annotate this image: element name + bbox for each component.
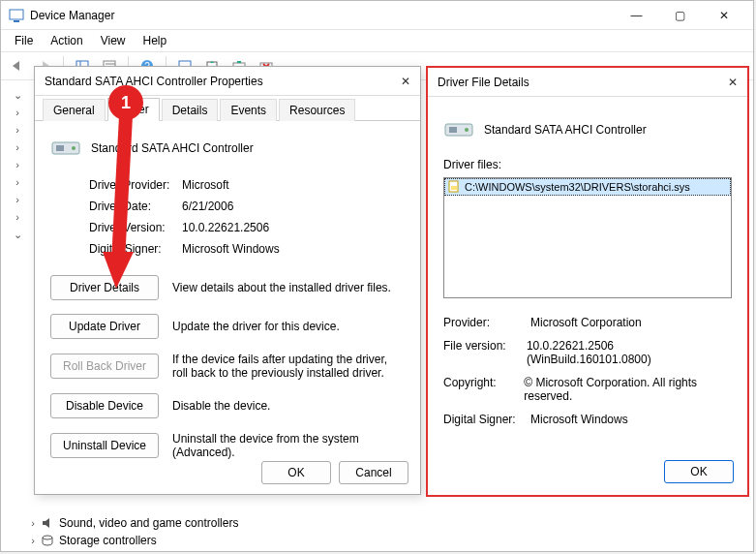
menubar: File Action View Help [1, 30, 753, 51]
menu-file[interactable]: File [7, 32, 41, 49]
chevron-right-icon[interactable]: › [11, 124, 24, 136]
close-icon[interactable]: ✕ [709, 76, 738, 89]
rollback-driver-desc: If the device fails after updating the d… [172, 353, 405, 380]
chevron-down-icon[interactable]: ⌄ [11, 89, 24, 102]
controller-icon [50, 133, 81, 163]
label-copyright: Copyright: [443, 376, 524, 403]
ok-button[interactable]: OK [261, 461, 331, 484]
tab-details[interactable]: Details [162, 99, 219, 121]
sound-icon [40, 515, 55, 531]
driver-details-desc: View details about the installed driver … [172, 281, 405, 294]
menu-view[interactable]: View [93, 32, 134, 49]
tab-events[interactable]: Events [220, 99, 277, 121]
menu-action[interactable]: Action [43, 32, 90, 49]
chevron-right-icon[interactable]: › [26, 517, 40, 529]
svg-rect-1 [14, 20, 19, 22]
value-provider: Microsoft [182, 178, 229, 192]
chevron-right-icon[interactable]: › [26, 535, 40, 546]
update-driver-button[interactable]: Update Driver [50, 314, 159, 339]
svg-point-14 [43, 536, 52, 539]
tree-item-sound[interactable]: › Sound, video and game controllers [5, 514, 749, 532]
close-icon[interactable]: ✕ [381, 75, 410, 88]
chevron-right-icon[interactable]: › [11, 176, 24, 188]
driver-file-details-dialog: Driver File Details ✕ Standard SATA AHCI… [426, 66, 749, 497]
close-button[interactable]: ✕ [702, 2, 745, 29]
driver-files-listbox[interactable]: C:\WINDOWS\system32\DRIVERS\storahci.sys [443, 177, 732, 298]
maximize-button[interactable]: ▢ [658, 2, 702, 29]
tree-item-storage[interactable]: › Storage controllers [5, 532, 749, 549]
properties-dialog: Standard SATA AHCI Controller Properties… [34, 66, 421, 495]
driver-file-item[interactable]: C:\WINDOWS\system32\DRIVERS\storahci.sys [444, 178, 731, 196]
value-provider: Microsoft Corporation [530, 316, 642, 329]
chevron-right-icon[interactable]: › [11, 211, 24, 223]
chevron-right-icon[interactable]: › [11, 107, 24, 118]
file-icon [447, 179, 461, 195]
value-date: 6/21/2006 [182, 200, 233, 213]
tab-general[interactable]: General [43, 99, 106, 121]
dialog-title: Driver File Details [438, 76, 709, 89]
dialog-titlebar[interactable]: Standard SATA AHCI Controller Properties… [35, 67, 420, 96]
tab-strip: General Driver Details Events Resources [35, 96, 420, 121]
chevron-right-icon[interactable]: › [11, 141, 24, 153]
cancel-button[interactable]: Cancel [339, 461, 408, 484]
uninstall-device-desc: Uninstall the device from the system (Ad… [172, 432, 405, 459]
dialog-titlebar[interactable]: Driver File Details ✕ [428, 68, 747, 97]
dialog-body: Standard SATA AHCI Controller Driver Pro… [35, 121, 420, 484]
value-copyright: © Microsoft Corporation. All rights rese… [524, 376, 732, 403]
annotation-arrow-icon [99, 116, 147, 291]
svg-rect-0 [10, 10, 23, 19]
svg-point-17 [72, 146, 76, 150]
svg-rect-22 [451, 186, 457, 190]
app-title: Device Manager [30, 9, 615, 22]
minimize-button[interactable]: — [615, 2, 658, 29]
tree-label: Storage controllers [59, 534, 157, 547]
dialog-title: Standard SATA AHCI Controller Properties [45, 75, 381, 88]
disable-device-button[interactable]: Disable Device [50, 393, 159, 418]
chevron-right-icon[interactable]: › [11, 194, 24, 205]
label-provider: Provider: [443, 316, 530, 329]
label-file-version: File version: [443, 339, 527, 366]
driver-files-label: Driver files: [443, 158, 732, 171]
value-version: 10.0.22621.2506 [182, 221, 269, 234]
device-name: Standard SATA AHCI Controller [484, 123, 647, 137]
uninstall-device-button[interactable]: Uninstall Device [50, 433, 159, 458]
ok-button[interactable]: OK [664, 460, 734, 483]
rollback-driver-button: Roll Back Driver [50, 354, 159, 379]
update-driver-desc: Update the driver for this device. [172, 320, 405, 333]
value-signer: Microsoft Windows [530, 413, 628, 426]
value-signer: Microsoft Windows [182, 242, 280, 256]
annotation-step-badge: 1 [108, 85, 143, 120]
driver-file-path: C:\WINDOWS\system32\DRIVERS\storahci.sys [465, 181, 690, 193]
value-file-version: 10.0.22621.2506 (WinBuild.160101.0800) [527, 339, 732, 366]
svg-rect-16 [56, 145, 64, 151]
tree-label: Sound, video and game controllers [59, 516, 238, 530]
back-button[interactable] [5, 54, 30, 77]
storage-icon [40, 533, 55, 548]
svg-rect-19 [449, 127, 457, 133]
titlebar: Device Manager — ▢ ✕ [1, 1, 753, 30]
tab-resources[interactable]: Resources [279, 99, 355, 121]
chevron-down-icon[interactable]: ⌄ [11, 229, 24, 241]
dialog-body: Standard SATA AHCI Controller Driver fil… [428, 97, 747, 495]
app-icon [9, 8, 24, 23]
svg-point-20 [465, 128, 469, 132]
disable-device-desc: Disable the device. [172, 399, 405, 413]
chevron-right-icon[interactable]: › [11, 159, 24, 170]
label-signer: Digital Signer: [443, 413, 530, 426]
controller-icon [443, 114, 474, 144]
menu-help[interactable]: Help [136, 32, 175, 49]
